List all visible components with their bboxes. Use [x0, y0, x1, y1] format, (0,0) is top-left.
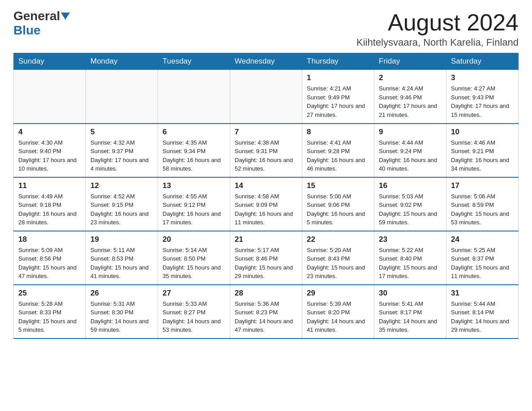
day-info: Sunrise: 4:38 AM Sunset: 9:31 PM Dayligh…: [235, 138, 297, 173]
day-number: 1: [307, 73, 369, 82]
day-number: 14: [235, 181, 297, 190]
day-number: 3: [451, 73, 514, 82]
day-info: Sunrise: 4:44 AM Sunset: 9:24 PM Dayligh…: [379, 138, 442, 173]
day-number: 18: [18, 235, 81, 244]
day-info: Sunrise: 4:41 AM Sunset: 9:28 PM Dayligh…: [307, 138, 369, 173]
day-info: Sunrise: 5:44 AM Sunset: 8:14 PM Dayligh…: [451, 300, 514, 334]
calendar-cell: 3Sunrise: 4:27 AM Sunset: 9:43 PM Daylig…: [446, 70, 519, 124]
day-of-week-header: Sunday: [14, 53, 86, 70]
day-number: 6: [163, 128, 225, 137]
day-info: Sunrise: 5:03 AM Sunset: 9:02 PM Dayligh…: [379, 192, 442, 227]
day-of-week-header: Monday: [86, 53, 158, 70]
day-of-week-header: Thursday: [302, 53, 374, 70]
calendar-cell: 14Sunrise: 4:58 AM Sunset: 9:09 PM Dayli…: [230, 177, 302, 231]
day-info: Sunrise: 4:35 AM Sunset: 9:34 PM Dayligh…: [163, 138, 225, 173]
calendar-cell: 5Sunrise: 4:32 AM Sunset: 9:37 PM Daylig…: [86, 124, 158, 177]
logo-blue-text: Blue: [13, 23, 41, 37]
day-info: Sunrise: 5:28 AM Sunset: 8:33 PM Dayligh…: [18, 300, 81, 334]
day-info: Sunrise: 4:32 AM Sunset: 9:37 PM Dayligh…: [90, 138, 153, 173]
calendar-table: SundayMondayTuesdayWednesdayThursdayFrid…: [13, 53, 519, 339]
day-info: Sunrise: 4:46 AM Sunset: 9:21 PM Dayligh…: [451, 138, 514, 173]
day-info: Sunrise: 5:17 AM Sunset: 8:46 PM Dayligh…: [235, 246, 297, 281]
calendar-cell: 12Sunrise: 4:52 AM Sunset: 9:15 PM Dayli…: [86, 177, 158, 231]
calendar-cell: 13Sunrise: 4:55 AM Sunset: 9:12 PM Dayli…: [158, 177, 230, 231]
calendar-cell: 1Sunrise: 4:21 AM Sunset: 9:49 PM Daylig…: [302, 70, 374, 124]
calendar-week-row: 11Sunrise: 4:49 AM Sunset: 9:18 PM Dayli…: [14, 177, 519, 231]
calendar-week-row: 4Sunrise: 4:30 AM Sunset: 9:40 PM Daylig…: [14, 124, 519, 177]
calendar-cell: 24Sunrise: 5:25 AM Sunset: 8:37 PM Dayli…: [446, 231, 519, 285]
day-number: 19: [90, 235, 153, 244]
day-number: 17: [451, 181, 514, 190]
day-number: 20: [163, 235, 225, 244]
calendar-cell: 8Sunrise: 4:41 AM Sunset: 9:28 PM Daylig…: [302, 124, 374, 177]
title-section: August 2024 Kiihtelysvaara, North Kareli…: [356, 9, 519, 48]
day-info: Sunrise: 5:06 AM Sunset: 8:59 PM Dayligh…: [451, 192, 514, 227]
calendar-cell: 16Sunrise: 5:03 AM Sunset: 9:02 PM Dayli…: [374, 177, 446, 231]
day-number: 25: [18, 289, 81, 298]
month-title: August 2024: [356, 9, 519, 36]
day-info: Sunrise: 4:30 AM Sunset: 9:40 PM Dayligh…: [18, 138, 81, 173]
logo-general-text: General: [13, 9, 60, 23]
day-info: Sunrise: 4:55 AM Sunset: 9:12 PM Dayligh…: [163, 192, 225, 227]
calendar-cell: [14, 70, 86, 124]
calendar-week-row: 1Sunrise: 4:21 AM Sunset: 9:49 PM Daylig…: [14, 70, 519, 124]
calendar-cell: 11Sunrise: 4:49 AM Sunset: 9:18 PM Dayli…: [14, 177, 86, 231]
day-number: 2: [379, 73, 442, 82]
day-info: Sunrise: 5:36 AM Sunset: 8:23 PM Dayligh…: [235, 300, 297, 334]
day-info: Sunrise: 4:21 AM Sunset: 9:49 PM Dayligh…: [307, 84, 369, 119]
calendar-cell: 7Sunrise: 4:38 AM Sunset: 9:31 PM Daylig…: [230, 124, 302, 177]
calendar-cell: [158, 70, 230, 124]
calendar-cell: 19Sunrise: 5:11 AM Sunset: 8:53 PM Dayli…: [86, 231, 158, 285]
day-info: Sunrise: 5:25 AM Sunset: 8:37 PM Dayligh…: [451, 246, 514, 281]
day-info: Sunrise: 5:14 AM Sunset: 8:50 PM Dayligh…: [163, 246, 225, 281]
day-info: Sunrise: 5:00 AM Sunset: 9:06 PM Dayligh…: [307, 192, 369, 227]
calendar-cell: 28Sunrise: 5:36 AM Sunset: 8:23 PM Dayli…: [230, 285, 302, 338]
day-number: 8: [307, 128, 369, 137]
day-number: 23: [379, 235, 442, 244]
page-header: General Blue August 2024 Kiihtelysvaara,…: [13, 9, 519, 48]
calendar-cell: [230, 70, 302, 124]
day-of-week-header: Tuesday: [158, 53, 230, 70]
day-number: 22: [307, 235, 369, 244]
day-info: Sunrise: 5:39 AM Sunset: 8:20 PM Dayligh…: [307, 300, 369, 334]
day-number: 16: [379, 181, 442, 190]
day-number: 29: [307, 289, 369, 298]
day-number: 31: [451, 289, 514, 298]
day-info: Sunrise: 5:41 AM Sunset: 8:17 PM Dayligh…: [379, 300, 442, 334]
calendar-cell: 31Sunrise: 5:44 AM Sunset: 8:14 PM Dayli…: [446, 285, 519, 338]
calendar-cell: 22Sunrise: 5:20 AM Sunset: 8:43 PM Dayli…: [302, 231, 374, 285]
day-number: 28: [235, 289, 297, 298]
day-number: 13: [163, 181, 225, 190]
calendar-cell: 4Sunrise: 4:30 AM Sunset: 9:40 PM Daylig…: [14, 124, 86, 177]
calendar-cell: 26Sunrise: 5:31 AM Sunset: 8:30 PM Dayli…: [86, 285, 158, 338]
day-of-week-header: Wednesday: [230, 53, 302, 70]
calendar-cell: 9Sunrise: 4:44 AM Sunset: 9:24 PM Daylig…: [374, 124, 446, 177]
calendar-cell: 20Sunrise: 5:14 AM Sunset: 8:50 PM Dayli…: [158, 231, 230, 285]
calendar-cell: 2Sunrise: 4:24 AM Sunset: 9:46 PM Daylig…: [374, 70, 446, 124]
calendar-header-row: SundayMondayTuesdayWednesdayThursdayFrid…: [14, 53, 519, 70]
calendar-cell: 15Sunrise: 5:00 AM Sunset: 9:06 PM Dayli…: [302, 177, 374, 231]
day-number: 4: [18, 128, 81, 137]
day-number: 24: [451, 235, 514, 244]
calendar-cell: 25Sunrise: 5:28 AM Sunset: 8:33 PM Dayli…: [14, 285, 86, 338]
calendar-cell: 30Sunrise: 5:41 AM Sunset: 8:17 PM Dayli…: [374, 285, 446, 338]
day-number: 10: [451, 128, 514, 137]
day-info: Sunrise: 5:11 AM Sunset: 8:53 PM Dayligh…: [90, 246, 153, 281]
day-number: 15: [307, 181, 369, 190]
day-info: Sunrise: 4:27 AM Sunset: 9:43 PM Dayligh…: [451, 84, 514, 119]
calendar-cell: 23Sunrise: 5:22 AM Sunset: 8:40 PM Dayli…: [374, 231, 446, 285]
day-info: Sunrise: 4:49 AM Sunset: 9:18 PM Dayligh…: [18, 192, 81, 227]
day-number: 21: [235, 235, 297, 244]
day-number: 30: [379, 289, 442, 298]
calendar-cell: 17Sunrise: 5:06 AM Sunset: 8:59 PM Dayli…: [446, 177, 519, 231]
calendar-cell: 6Sunrise: 4:35 AM Sunset: 9:34 PM Daylig…: [158, 124, 230, 177]
calendar-cell: 29Sunrise: 5:39 AM Sunset: 8:20 PM Dayli…: [302, 285, 374, 338]
location-title: Kiihtelysvaara, North Karelia, Finland: [356, 37, 519, 48]
day-info: Sunrise: 5:31 AM Sunset: 8:30 PM Dayligh…: [90, 300, 153, 334]
day-number: 27: [163, 289, 225, 298]
day-info: Sunrise: 4:52 AM Sunset: 9:15 PM Dayligh…: [90, 192, 153, 227]
day-info: Sunrise: 5:33 AM Sunset: 8:27 PM Dayligh…: [163, 300, 225, 334]
calendar-cell: 21Sunrise: 5:17 AM Sunset: 8:46 PM Dayli…: [230, 231, 302, 285]
day-number: 5: [90, 128, 153, 137]
calendar-cell: [86, 70, 158, 124]
